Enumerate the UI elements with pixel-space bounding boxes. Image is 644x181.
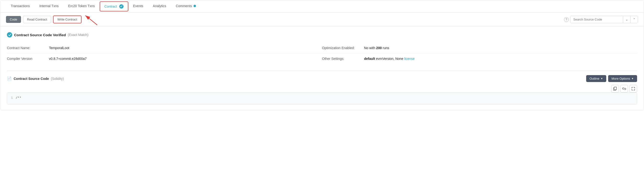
optimization-value: No with 200 runs (364, 46, 389, 50)
source-code-subtitle: (Solidity) (51, 77, 64, 81)
other-settings-value: default evmVersion, None license (364, 57, 415, 61)
verified-header: Contract Source Code Verified (Exact Mat… (7, 32, 637, 37)
help-icon[interactable]: ? (564, 17, 569, 22)
other-settings-row: Other Settings: default evmVersion, None… (322, 53, 637, 64)
tab-internal-txns[interactable]: Internal Txns (35, 0, 64, 12)
search-input[interactable] (570, 16, 623, 23)
verified-subtitle: (Exact Match) (68, 33, 88, 37)
tabs-bar: Transactions Internal Txns Erc20 Token T… (0, 0, 644, 13)
outline-chevron-icon: ▼ (600, 77, 603, 80)
source-header: 📄 Contract Source Code (Solidity) Outlin… (7, 75, 637, 82)
code-footer-icons (7, 85, 637, 93)
compiler-value: v0.8.7+commit.e28d00a7 (49, 57, 87, 61)
other-settings-label: Other Settings: (322, 57, 360, 61)
tab-comments[interactable]: Comments (171, 0, 201, 12)
info-grid: Contract Name: TemporalLoot Compiler Ver… (7, 43, 637, 64)
source-actions: Outline ▼ More Options ▼ (586, 75, 637, 82)
svg-rect-3 (614, 87, 616, 90)
search-collapse-button[interactable]: ⌃ (630, 16, 638, 23)
outline-button[interactable]: Outline ▼ (586, 75, 606, 82)
license-link[interactable]: license (404, 57, 415, 61)
source-code-title: Contract Source Code (14, 77, 49, 81)
comments-badge (194, 5, 196, 7)
write-contract-button[interactable]: Write Contract (53, 15, 82, 23)
red-arrow-annotation (83, 13, 102, 27)
tab-transactions[interactable]: Transactions (6, 0, 35, 12)
code-button[interactable]: Code (6, 16, 21, 23)
search-area: ? ⌄ ⌃ (564, 16, 638, 23)
more-options-button[interactable]: More Options ▼ (608, 75, 637, 82)
contract-name-row: Contract Name: TemporalLoot (7, 43, 322, 53)
info-left: Contract Name: TemporalLoot Compiler Ver… (7, 43, 322, 64)
verified-title: Contract Source Code Verified (14, 33, 66, 37)
contract-verified-icon (119, 4, 124, 8)
tab-erc20-token-txns[interactable]: Erc20 Token Txns (63, 0, 100, 12)
contract-name-label: Contract Name: (7, 46, 45, 50)
contract-name-value: TemporalLoot (49, 46, 69, 50)
sub-toolbar: Code Read Contract Write Contract ? ⌄ (0, 13, 644, 26)
content-area: Contract Source Code Verified (Exact Mat… (0, 26, 644, 110)
document-icon: 📄 (7, 76, 12, 81)
optimization-label: Optimization Enabled: (322, 46, 360, 50)
link-icon-button[interactable] (620, 85, 628, 93)
code-preview: 1/** (7, 93, 637, 104)
compiler-label: Compiler Version (7, 57, 45, 61)
expand-icon-button[interactable] (630, 85, 637, 93)
search-dropdown-button[interactable]: ⌄ (623, 16, 630, 23)
search-box: ⌄ ⌃ (570, 16, 638, 23)
copy-icon-button[interactable] (611, 85, 619, 93)
tab-contract[interactable]: Contract (100, 1, 128, 11)
compiler-version-row: Compiler Version v0.8.7+commit.e28d00a7 (7, 53, 322, 64)
verified-circle-icon (7, 32, 12, 37)
line-number: 1 (11, 96, 13, 100)
source-code-section: 📄 Contract Source Code (Solidity) Outlin… (7, 71, 637, 104)
more-options-chevron-icon: ▼ (631, 77, 634, 80)
tab-analytics[interactable]: Analytics (148, 0, 171, 12)
tab-events[interactable]: Events (128, 0, 148, 12)
optimization-row: Optimization Enabled: No with 200 runs (322, 43, 637, 53)
code-comment: /** (16, 96, 21, 100)
write-contract-area: Write Contract (53, 15, 82, 23)
info-right: Optimization Enabled: No with 200 runs O… (322, 43, 637, 64)
source-title: 📄 Contract Source Code (Solidity) (7, 76, 64, 81)
read-contract-button[interactable]: Read Contract (23, 16, 51, 23)
